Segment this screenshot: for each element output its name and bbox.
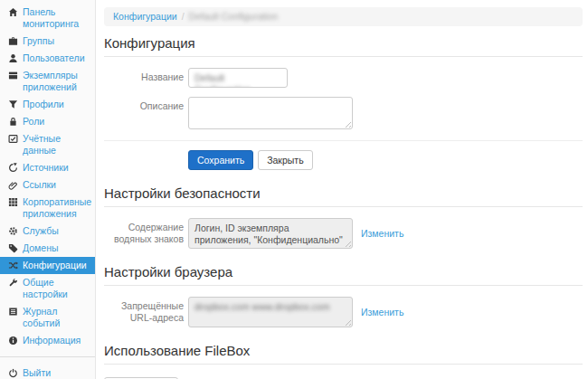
save-button[interactable]: Сохранить xyxy=(188,150,253,170)
divider xyxy=(104,285,583,286)
sidebar-item-groups[interactable]: Группы xyxy=(0,33,95,50)
lock-icon xyxy=(7,116,18,127)
home-icon xyxy=(7,6,18,17)
wrench-icon xyxy=(7,277,18,288)
sidebar-item-label: Ссылки xyxy=(23,179,90,191)
watermark-edit-link[interactable]: Изменить xyxy=(361,228,403,239)
section-browser: Настройки браузера Запрещённые URL-адрес… xyxy=(104,264,583,327)
name-input[interactable]: Default Configuration xyxy=(188,68,288,88)
watermark-textarea: Логин, ID экземпляра приложения, "Конфид… xyxy=(188,218,353,249)
sidebar-item-general-settings[interactable]: Общие настройки xyxy=(0,274,95,303)
divider xyxy=(104,56,583,57)
sidebar-item-label: Группы xyxy=(23,35,90,47)
sidebar-item-sources[interactable]: Источники xyxy=(0,159,95,176)
breadcrumb: Конфигурации/Default Configuration xyxy=(104,7,583,26)
gear-icon xyxy=(7,225,18,236)
sidebar-item-label: Общие настройки xyxy=(23,277,90,300)
section-filebox: Использование FileBox Запретить Корневой… xyxy=(104,343,583,379)
section-title-browser: Настройки браузера xyxy=(104,264,583,280)
sidebar: Панель мониторинга Группы Пользователи Э… xyxy=(0,0,96,379)
admin-console: Панель мониторинга Группы Пользователи Э… xyxy=(0,0,588,379)
sidebar-item-label: Учётные данные xyxy=(23,133,90,156)
sidebar-item-label: Конфигурации xyxy=(23,260,90,271)
form-row-watermark: Содержание водяных знаков Логин, ID экзе… xyxy=(104,218,583,249)
sidebar-item-event-log[interactable]: Журнал событий xyxy=(0,303,95,332)
sidebar-divider xyxy=(0,356,95,357)
grid-icon xyxy=(7,196,18,207)
sidebar-item-label: Корпоративные приложения xyxy=(23,196,91,220)
briefcase-icon xyxy=(7,35,18,46)
sidebar-item-configurations[interactable]: Конфигурации xyxy=(0,257,95,274)
close-button[interactable]: Закрыть xyxy=(258,150,312,170)
sidebar-item-label: Журнал событий xyxy=(23,306,90,329)
watermark-value: Логин, ID экземпляра приложения, "Конфид… xyxy=(194,223,343,245)
sidebar-item-information[interactable]: Информация xyxy=(0,332,95,349)
sidebar-item-links[interactable]: Ссылки xyxy=(0,176,95,194)
description-textarea[interactable] xyxy=(188,97,353,129)
credentials-icon xyxy=(7,133,18,144)
sidebar-item-corporate-apps[interactable]: Корпоративные приложения xyxy=(0,194,95,223)
user-icon xyxy=(7,52,18,63)
watermark-label: Содержание водяных знаков xyxy=(104,218,184,249)
sidebar-item-logout[interactable]: Выйти xyxy=(0,365,95,379)
tag-icon xyxy=(7,242,18,253)
breadcrumb-separator: / xyxy=(182,11,185,22)
sidebar-item-label: Пользователи xyxy=(23,52,90,64)
description-label: Описание xyxy=(104,97,184,129)
sidebar-item-credentials[interactable]: Учётные данные xyxy=(0,130,95,159)
refresh-icon xyxy=(7,162,18,173)
form-actions: Сохранить Закрыть xyxy=(188,150,583,170)
sidebar-item-dashboard[interactable]: Панель мониторинга xyxy=(0,4,95,33)
list-icon xyxy=(7,306,18,317)
sidebar-item-label: Службы xyxy=(23,225,90,237)
section-title-configuration: Конфигурация xyxy=(104,35,583,51)
sidebar-item-label: Роли xyxy=(23,116,90,128)
info-icon xyxy=(7,335,18,346)
form-row-description: Описание xyxy=(104,97,583,129)
sidebar-item-label: Информация xyxy=(23,335,90,346)
divider xyxy=(104,140,583,141)
sidebar-item-services[interactable]: Службы xyxy=(0,223,95,240)
divider xyxy=(104,364,583,365)
blocked-urls-textarea: dropbox.com www.dropbox.com xyxy=(188,297,353,327)
name-label: Название xyxy=(104,68,184,88)
app-window-icon xyxy=(7,70,18,81)
sidebar-item-label: Источники xyxy=(23,162,90,174)
sidebar-item-app-instances[interactable]: Экземпляры приложений xyxy=(0,67,95,96)
sidebar-item-label: Домены xyxy=(23,242,90,254)
form-row-blocked-urls: Запрещённые URL-адреса dropbox.com www.d… xyxy=(104,297,583,327)
paperclip-icon xyxy=(7,179,18,190)
sidebar-item-profiles[interactable]: Профили xyxy=(0,96,95,113)
sidebar-item-label: Профили xyxy=(23,99,90,110)
section-title-filebox: Использование FileBox xyxy=(104,343,583,358)
sidebar-item-label: Выйти xyxy=(23,367,90,379)
sidebar-item-roles[interactable]: Роли xyxy=(0,113,95,130)
main-content: Конфигурации/Default Configuration Конфи… xyxy=(96,0,588,379)
blocked-urls-edit-link[interactable]: Изменить xyxy=(361,307,403,317)
power-icon xyxy=(7,367,18,378)
name-value: Default Configuration xyxy=(194,72,251,88)
breadcrumb-link-configurations[interactable]: Конфигурации xyxy=(113,11,177,22)
divider xyxy=(104,206,583,207)
form-row-name: Название Default Configuration xyxy=(104,68,583,88)
sidebar-item-users[interactable]: Пользователи xyxy=(0,50,95,67)
breadcrumb-current: Default Configuration xyxy=(189,11,279,22)
shuffle-icon xyxy=(7,260,18,270)
section-security: Настройки безопасности Содержание водяны… xyxy=(104,185,583,249)
section-configuration: Конфигурация Название Default Configurat… xyxy=(104,35,583,170)
filter-icon xyxy=(7,99,18,109)
sidebar-item-label: Экземпляры приложений xyxy=(23,70,90,93)
blocked-urls-value: dropbox.com www.dropbox.com xyxy=(194,301,329,312)
sidebar-item-domains[interactable]: Домены xyxy=(0,240,95,257)
sidebar-item-label: Панель мониторинга xyxy=(23,6,90,30)
section-title-security: Настройки безопасности xyxy=(104,185,583,201)
blocked-urls-label: Запрещённые URL-адреса xyxy=(104,297,184,327)
